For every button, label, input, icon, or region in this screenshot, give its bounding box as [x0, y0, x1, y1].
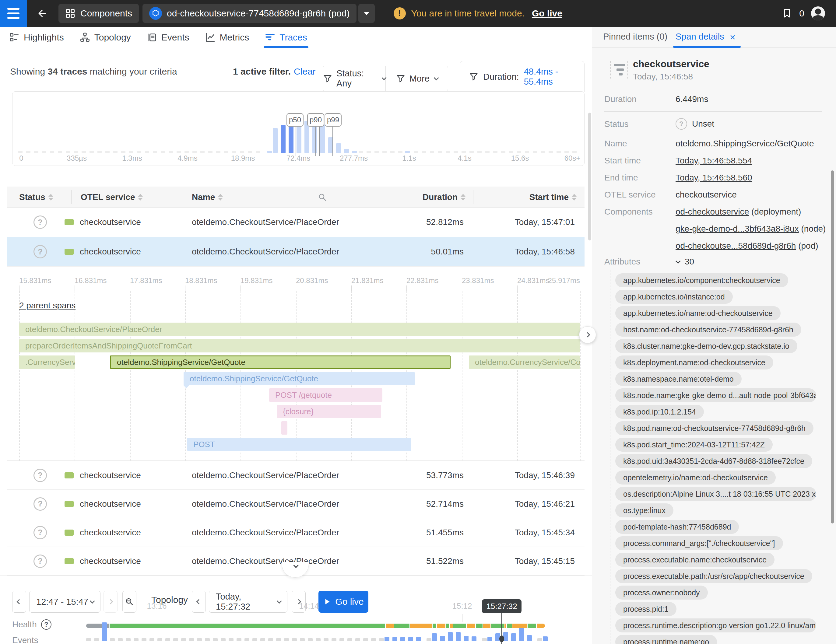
- span-bar[interactable]: oteldemo.CheckoutService/PlaceOrder: [19, 323, 580, 336]
- table-row[interactable]: ?checkoutserviceoteldemo.CheckoutService…: [7, 490, 585, 518]
- span-end-time-link[interactable]: Today, 15:46:58.560: [676, 173, 752, 183]
- sort-icon[interactable]: [572, 194, 576, 201]
- duration-filter[interactable]: Duration: 48.4ms - 55.4ms: [460, 61, 585, 92]
- timeline-tick-label: 15:12: [452, 602, 472, 611]
- span-bar[interactable]: POST: [187, 438, 411, 451]
- funnel-icon: [396, 74, 405, 83]
- table-row[interactable]: ?checkoutserviceoteldemo.CheckoutService…: [7, 461, 585, 490]
- range-next-button[interactable]: [103, 591, 118, 613]
- span-bar[interactable]: .CurrencyServ…: [19, 355, 75, 369]
- histogram-baseline-dash: [414, 151, 418, 153]
- name-search-button[interactable]: [318, 187, 327, 207]
- span-bar[interactable]: prepareOrderItemsAndShippingQuoteFromCar…: [19, 339, 580, 352]
- panel-scrollbar[interactable]: [831, 170, 834, 523]
- tab-span-details[interactable]: Span details: [676, 32, 724, 42]
- header-duration[interactable]: Duration: [412, 187, 465, 207]
- tab-pinned-items[interactable]: Pinned items (0): [603, 32, 667, 42]
- hamburger-menu-icon[interactable]: [0, 0, 27, 27]
- component-type: (deployment): [749, 207, 801, 217]
- range-previous-button[interactable]: [12, 591, 26, 613]
- attributes-toggle[interactable]: 30: [676, 257, 694, 267]
- health-segment-orange: [537, 624, 545, 628]
- pin-icon[interactable]: [782, 8, 792, 19]
- span-bar[interactable]: {closure}: [277, 405, 381, 418]
- panel-collapse-button[interactable]: [579, 326, 596, 343]
- go-live-link[interactable]: Go live: [532, 8, 562, 19]
- sort-icon[interactable]: [218, 194, 223, 201]
- time-range-select[interactable]: 12:47 - 15:47: [29, 591, 100, 613]
- time-previous-button[interactable]: [192, 591, 206, 613]
- entity-dropdown-button[interactable]: [358, 4, 375, 23]
- timeline-tick-mark: [462, 614, 462, 622]
- attribute-pill: k8s.pod.name:od-checkoutservice-77458d68…: [615, 421, 813, 435]
- header-start-time[interactable]: Start time: [522, 187, 576, 207]
- tab-topology[interactable]: Topology: [80, 27, 131, 48]
- ruler-tick-label: 23.831ms: [462, 276, 494, 285]
- tab-metrics[interactable]: Metrics: [205, 27, 249, 48]
- span-bar[interactable]: oteldemo.ShippingService/GetQuote: [110, 355, 451, 369]
- clear-filters-link[interactable]: Clear: [294, 66, 316, 77]
- funnel-icon: [469, 72, 478, 81]
- span-name-cell: oteldemo.CheckoutService/PlaceOrder: [192, 237, 339, 266]
- table-row[interactable]: ?checkoutserviceoteldemo.CheckoutService…: [7, 207, 585, 237]
- attribute-pill: app.kubernetes.io/component:checkoutserv…: [615, 273, 788, 287]
- header-otel-service[interactable]: OTEL service: [81, 187, 143, 207]
- table-row[interactable]: ?checkoutserviceoteldemo.CheckoutService…: [7, 237, 585, 267]
- sort-icon[interactable]: [460, 194, 465, 201]
- time-travel-marker-handle[interactable]: [499, 636, 504, 642]
- header-status[interactable]: Status: [19, 187, 53, 207]
- help-icon[interactable]: ?: [41, 620, 51, 630]
- component-link[interactable]: od-checkoutservice: [676, 207, 749, 217]
- attribute-pill: k8s.pod.uid:3a430351-2cda-4d67-8d88-318f…: [615, 454, 812, 468]
- component-link[interactable]: od-checkoutse...58d689d-g8r6h: [676, 241, 796, 251]
- table-row[interactable]: ?checkoutserviceoteldemo.CheckoutService…: [7, 518, 585, 547]
- entity-selector[interactable]: od-checkoutservice-77458d689d-g8r6h (pod…: [142, 4, 356, 23]
- tab-traces[interactable]: Traces: [265, 27, 307, 48]
- trace-list-scrollbar[interactable]: [588, 112, 591, 240]
- histogram-baseline-dash: [454, 151, 458, 153]
- histogram-bar: [297, 126, 301, 153]
- sort-icon[interactable]: [138, 194, 143, 201]
- histogram-axis-label: 18.9ms: [231, 154, 255, 163]
- ruler-gridline: [462, 291, 462, 460]
- event-bar: [416, 637, 421, 641]
- more-filters-button[interactable]: More: [385, 66, 448, 91]
- event-bar: [487, 637, 492, 641]
- status-unknown-icon: ?: [33, 245, 47, 258]
- event-empty-dash: [260, 638, 265, 641]
- sort-icon[interactable]: [48, 194, 53, 201]
- ruler-tick-label: 21.831ms: [351, 276, 383, 285]
- go-live-button[interactable]: Go live: [318, 591, 368, 613]
- topology-time-select[interactable]: Today, 15:27:32: [209, 591, 287, 613]
- span-bar[interactable]: oteldemo.ShippingService/GetQuote: [184, 372, 415, 385]
- component-link[interactable]: gke-gke-demo-d...3bf643a8-i8ux: [676, 224, 799, 233]
- event-bar: [448, 632, 453, 641]
- tab-highlights[interactable]: Highlights: [9, 27, 64, 48]
- span-start-time-link[interactable]: Today, 15:46:58.554: [676, 156, 752, 166]
- component-link-row: gke-gke-demo-d...3bf643a8-i8ux (node): [676, 224, 826, 234]
- health-segment-orange: [437, 624, 446, 628]
- tab-label: Traces: [279, 32, 307, 42]
- status-filter-button[interactable]: Status: Any: [323, 66, 385, 91]
- histogram-baseline-dash: [137, 151, 141, 153]
- span-bar[interactable]: [281, 421, 287, 435]
- header-name[interactable]: Name: [192, 187, 223, 207]
- span-bar[interactable]: POST /getquote: [269, 388, 382, 402]
- parent-spans-link[interactable]: 2 parent spans: [19, 301, 75, 310]
- histogram-baseline-dash: [572, 151, 576, 153]
- span-name-cell: oteldemo.CheckoutService/PlaceOrder: [192, 518, 339, 546]
- zoom-out-button[interactable]: [122, 591, 136, 613]
- percentile-marker-line: [315, 127, 316, 156]
- span-bar[interactable]: oteldemo.CurrencyService/Co: [469, 355, 580, 369]
- otel-service-cell: checkoutservice: [80, 207, 141, 237]
- histogram-baseline-dash: [509, 151, 513, 153]
- histogram-baseline-dash: [58, 151, 62, 153]
- close-icon[interactable]: ×: [730, 32, 736, 43]
- back-button[interactable]: [27, 8, 59, 19]
- components-breadcrumb[interactable]: Components: [59, 4, 139, 23]
- tab-events[interactable]: Events: [147, 27, 189, 48]
- user-avatar[interactable]: [811, 7, 825, 20]
- span-name-cell: oteldemo.CheckoutService/PlaceOrder: [192, 461, 339, 489]
- event-empty-dash: [150, 638, 154, 641]
- histogram-baseline-dash: [382, 151, 387, 153]
